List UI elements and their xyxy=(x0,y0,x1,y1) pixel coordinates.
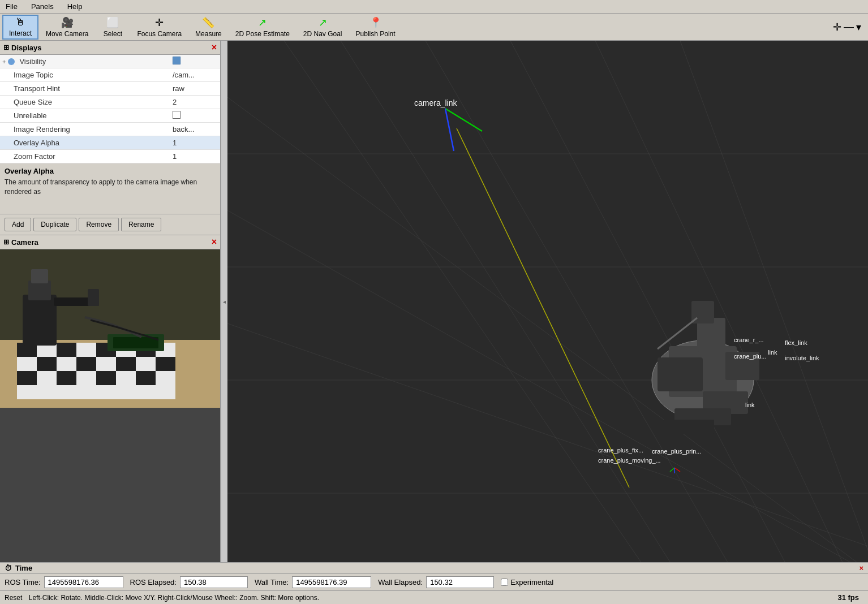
2d-pose-label: 2D Pose Estimate xyxy=(235,30,290,38)
camera-panel-icon: ⊞ xyxy=(3,238,9,246)
displays-panel-icon: ⊞ xyxy=(3,44,9,51)
ros-time-input[interactable] xyxy=(44,576,123,588)
3d-viewport[interactable]: camera_link crane_r_... link flex_link c… xyxy=(227,41,868,562)
toolbar: 🖱 Interact 🎥 Move Camera ⬜ Select ✛ Focu… xyxy=(0,14,868,41)
interact-icon: 🖱 xyxy=(15,16,25,28)
svg-rect-7 xyxy=(37,357,57,371)
displays-close-button[interactable]: × xyxy=(212,42,217,53)
publish-point-label: Publish Point xyxy=(356,30,396,38)
unreliable-row[interactable]: Unreliable xyxy=(0,109,220,123)
select-button[interactable]: ⬜ Select xyxy=(96,15,130,40)
zoom-factor-row[interactable]: Zoom Factor 1 xyxy=(0,150,220,163)
measure-label: Measure xyxy=(195,30,222,38)
overlay-alpha-value: 1 xyxy=(173,139,218,147)
fps-label: 31 fps xyxy=(837,593,859,602)
remove-button[interactable]: Remove xyxy=(79,218,119,231)
time-values-row: ROS Time: ROS Elapsed: Wall Time: Wall E… xyxy=(0,574,868,590)
expand-icon[interactable]: ▾ xyxy=(856,21,861,33)
2d-nav-button[interactable]: ↗ 2D Nav Goal xyxy=(297,15,349,40)
image-rendering-row[interactable]: Image Rendering back... xyxy=(0,123,220,136)
queue-size-value: 2 xyxy=(173,98,218,106)
svg-text:crane_plu...: crane_plu... xyxy=(734,353,766,360)
focus-camera-button[interactable]: ✛ Focus Camera xyxy=(131,15,188,40)
svg-line-24 xyxy=(510,41,793,562)
wall-elapsed-field: Wall Elapsed: xyxy=(378,576,494,588)
publish-point-button[interactable]: 📍 Publish Point xyxy=(350,15,402,40)
image-topic-value: /cam... xyxy=(173,71,218,79)
time-header: ⏱ Time × xyxy=(0,563,868,574)
ros-elapsed-input[interactable] xyxy=(180,576,248,588)
reset-button[interactable]: Reset xyxy=(5,594,22,602)
visibility-checkbox[interactable] xyxy=(173,57,218,66)
svg-line-26 xyxy=(680,41,868,562)
instructions-bar: Reset Left-Click: Rotate. Middle-Click: … xyxy=(0,590,868,604)
transport-hint-value: raw xyxy=(173,84,218,93)
transport-hint-label: Transport Hint xyxy=(2,84,173,93)
2d-pose-icon: ↗ xyxy=(258,16,267,29)
wall-time-input[interactable] xyxy=(292,576,371,588)
svg-rect-46 xyxy=(697,318,725,352)
move-icon[interactable]: ✛ xyxy=(833,21,841,33)
action-buttons-row: Add Duplicate Remove Rename xyxy=(0,214,220,235)
displays-table: + Visibility Image Topic /cam... Transpo… xyxy=(0,55,220,163)
svg-line-48 xyxy=(658,318,697,349)
select-icon: ⬜ xyxy=(106,16,119,29)
camera-image xyxy=(0,249,220,562)
overlay-alpha-row[interactable]: Overlay Alpha 1 xyxy=(0,136,220,150)
expand-icon: + xyxy=(2,58,6,65)
move-camera-icon: 🎥 xyxy=(61,16,74,29)
svg-rect-14 xyxy=(136,371,156,385)
svg-line-59 xyxy=(670,468,674,472)
measure-icon: 📏 xyxy=(202,16,214,29)
image-rendering-label: Image Rendering xyxy=(2,125,173,133)
minimize-icon[interactable]: — xyxy=(844,21,854,33)
svg-rect-9 xyxy=(116,357,136,371)
interact-label: Interact xyxy=(9,29,32,37)
menu-file[interactable]: File xyxy=(2,1,21,12)
svg-rect-19 xyxy=(88,289,99,306)
svg-rect-43 xyxy=(703,391,748,414)
svg-text:link: link xyxy=(768,349,777,356)
svg-rect-21 xyxy=(113,337,158,348)
publish-point-icon: 📍 xyxy=(369,16,382,29)
2d-pose-button[interactable]: ↗ 2D Pose Estimate xyxy=(229,15,296,40)
unreliable-label: Unreliable xyxy=(2,111,173,120)
time-icon: ⏱ xyxy=(5,564,12,572)
svg-text:crane_plus_prin...: crane_plus_prin... xyxy=(652,448,701,455)
wall-elapsed-input[interactable] xyxy=(426,576,494,588)
svg-line-28 xyxy=(227,97,868,562)
experimental-checkbox[interactable] xyxy=(501,579,508,586)
menu-bar: File Panels Help xyxy=(0,0,868,14)
camera-close-button[interactable]: × xyxy=(212,237,217,247)
rename-button[interactable]: Rename xyxy=(121,218,161,231)
collapse-handle[interactable]: ◂ xyxy=(221,41,227,562)
svg-rect-15 xyxy=(23,295,57,346)
add-button[interactable]: Add xyxy=(5,218,31,231)
measure-button[interactable]: 📏 Measure xyxy=(189,15,228,40)
wall-time-field: Wall Time: xyxy=(255,576,371,588)
ros-elapsed-field: ROS Elapsed: xyxy=(130,576,248,588)
transport-hint-row[interactable]: Transport Hint raw xyxy=(0,82,220,96)
svg-line-37 xyxy=(457,128,629,487)
queue-size-row[interactable]: Queue Size 2 xyxy=(0,96,220,109)
menu-panels[interactable]: Panels xyxy=(28,1,57,12)
image-rendering-value: back... xyxy=(173,125,218,133)
move-camera-button[interactable]: 🎥 Move Camera xyxy=(40,15,94,40)
time-close-icon[interactable]: × xyxy=(859,564,863,572)
camera-panel-header: ⊞ Camera × xyxy=(0,235,220,249)
svg-rect-16 xyxy=(28,281,51,300)
menu-help[interactable]: Help xyxy=(64,1,86,12)
visibility-row[interactable]: + Visibility xyxy=(0,55,220,68)
camera-panel: ⊞ Camera × xyxy=(0,235,220,562)
svg-line-25 xyxy=(595,41,850,562)
focus-icon: ✛ xyxy=(155,16,164,29)
visibility-dot xyxy=(8,58,15,65)
svg-line-30 xyxy=(227,323,868,550)
svg-rect-17 xyxy=(31,269,48,283)
unreliable-checkbox[interactable] xyxy=(173,111,218,120)
interact-button[interactable]: 🖱 Interact xyxy=(2,15,38,40)
status-bar: ⏱ Time × ROS Time: ROS Elapsed: Wall Tim… xyxy=(0,562,868,604)
duplicate-button[interactable]: Duplicate xyxy=(33,218,76,231)
image-topic-row[interactable]: Image Topic /cam... xyxy=(0,68,220,82)
wall-elapsed-label: Wall Elapsed: xyxy=(378,578,423,586)
